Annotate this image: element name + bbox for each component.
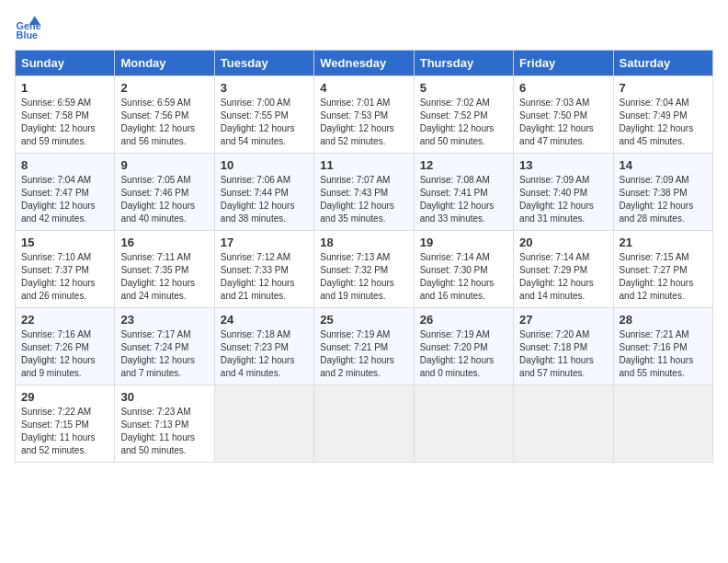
day-number: 3 [221,81,308,95]
day-info: Sunrise: 7:21 AM Sunset: 7:16 PM Dayligh… [620,328,707,380]
day-info: Sunrise: 7:18 AM Sunset: 7:23 PM Dayligh… [221,328,308,380]
calendar-cell [613,385,712,463]
day-number: 2 [120,81,208,95]
day-info: Sunrise: 7:14 AM Sunset: 7:30 PM Dayligh… [420,251,507,303]
day-number: 18 [320,236,407,249]
day-number: 26 [420,313,507,327]
calendar-cell: 19Sunrise: 7:14 AM Sunset: 7:30 PM Dayli… [414,231,513,308]
day-info: Sunrise: 6:59 AM Sunset: 7:58 PM Dayligh… [21,97,108,148]
calendar-cell: 18Sunrise: 7:13 AM Sunset: 7:32 PM Dayli… [314,231,414,308]
calendar-cell: 20Sunrise: 7:14 AM Sunset: 7:29 PM Dayli… [514,231,613,308]
calendar-cell: 13Sunrise: 7:09 AM Sunset: 7:40 PM Dayli… [514,154,613,231]
day-info: Sunrise: 7:09 AM Sunset: 7:40 PM Dayligh… [519,174,607,225]
calendar-cell: 1Sunrise: 6:59 AM Sunset: 7:58 PM Daylig… [16,76,115,154]
calendar-cell: 9Sunrise: 7:05 AM Sunset: 7:46 PM Daylig… [115,154,214,231]
calendar-cell: 6Sunrise: 7:03 AM Sunset: 7:50 PM Daylig… [514,76,613,154]
calendar-cell: 27Sunrise: 7:20 AM Sunset: 7:18 PM Dayli… [514,308,613,385]
day-info: Sunrise: 7:04 AM Sunset: 7:47 PM Dayligh… [21,174,108,225]
calendar-cell: 26Sunrise: 7:19 AM Sunset: 7:20 PM Dayli… [414,308,513,385]
day-number: 13 [519,158,607,172]
column-header-monday: Monday [115,51,214,76]
day-info: Sunrise: 7:01 AM Sunset: 7:53 PM Dayligh… [320,97,407,148]
calendar-cell: 2Sunrise: 6:59 AM Sunset: 7:56 PM Daylig… [115,76,214,154]
calendar-cell: 17Sunrise: 7:12 AM Sunset: 7:33 PM Dayli… [214,231,313,308]
day-info: Sunrise: 7:07 AM Sunset: 7:43 PM Dayligh… [320,174,407,225]
day-info: Sunrise: 7:19 AM Sunset: 7:20 PM Dayligh… [420,328,507,380]
day-number: 10 [221,158,308,172]
calendar-cell: 15Sunrise: 7:10 AM Sunset: 7:37 PM Dayli… [16,231,115,308]
day-info: Sunrise: 7:10 AM Sunset: 7:37 PM Dayligh… [21,251,108,303]
calendar-table: SundayMondayTuesdayWednesdayThursdayFrid… [15,50,713,463]
calendar-cell: 25Sunrise: 7:19 AM Sunset: 7:21 PM Dayli… [314,308,414,385]
day-number: 7 [620,81,707,95]
day-info: Sunrise: 7:05 AM Sunset: 7:46 PM Dayligh… [120,174,208,225]
day-number: 1 [21,81,108,95]
day-info: Sunrise: 7:06 AM Sunset: 7:44 PM Dayligh… [221,174,308,225]
column-header-sunday: Sunday [16,51,115,76]
calendar-cell: 21Sunrise: 7:15 AM Sunset: 7:27 PM Dayli… [613,231,712,308]
day-number: 30 [120,390,208,404]
day-number: 27 [519,313,607,327]
day-number: 15 [21,236,108,249]
day-number: 8 [21,158,108,172]
column-header-thursday: Thursday [414,51,513,76]
day-number: 4 [320,81,407,95]
day-number: 28 [620,313,707,327]
day-info: Sunrise: 7:17 AM Sunset: 7:24 PM Dayligh… [120,328,208,380]
day-number: 11 [320,158,407,172]
page-header: General Blue [15,15,713,40]
day-info: Sunrise: 7:00 AM Sunset: 7:55 PM Dayligh… [221,97,308,148]
calendar-cell [214,385,313,463]
calendar-cell: 24Sunrise: 7:18 AM Sunset: 7:23 PM Dayli… [214,308,313,385]
calendar-cell: 5Sunrise: 7:02 AM Sunset: 7:52 PM Daylig… [414,76,513,154]
calendar-cell [514,385,613,463]
day-number: 24 [221,313,308,327]
day-number: 17 [221,236,308,249]
column-header-tuesday: Tuesday [214,51,313,76]
calendar-cell: 29Sunrise: 7:22 AM Sunset: 7:15 PM Dayli… [16,385,115,463]
calendar-cell: 12Sunrise: 7:08 AM Sunset: 7:41 PM Dayli… [414,154,513,231]
logo-icon: General Blue [15,15,40,40]
calendar-cell: 16Sunrise: 7:11 AM Sunset: 7:35 PM Dayli… [115,231,214,308]
calendar-cell: 7Sunrise: 7:04 AM Sunset: 7:49 PM Daylig… [613,76,712,154]
day-info: Sunrise: 7:14 AM Sunset: 7:29 PM Dayligh… [519,251,607,303]
day-info: Sunrise: 7:22 AM Sunset: 7:15 PM Dayligh… [21,406,108,457]
day-info: Sunrise: 7:11 AM Sunset: 7:35 PM Dayligh… [120,251,208,303]
calendar-cell [314,385,414,463]
day-info: Sunrise: 7:20 AM Sunset: 7:18 PM Dayligh… [519,328,607,380]
day-info: Sunrise: 6:59 AM Sunset: 7:56 PM Dayligh… [120,97,208,148]
calendar-cell: 28Sunrise: 7:21 AM Sunset: 7:16 PM Dayli… [613,308,712,385]
calendar-cell: 8Sunrise: 7:04 AM Sunset: 7:47 PM Daylig… [16,154,115,231]
day-info: Sunrise: 7:12 AM Sunset: 7:33 PM Dayligh… [221,251,308,303]
day-number: 23 [120,313,208,327]
calendar-cell: 11Sunrise: 7:07 AM Sunset: 7:43 PM Dayli… [314,154,414,231]
svg-text:Blue: Blue [17,29,39,40]
day-number: 25 [320,313,407,327]
calendar-cell: 14Sunrise: 7:09 AM Sunset: 7:38 PM Dayli… [613,154,712,231]
calendar-cell: 30Sunrise: 7:23 AM Sunset: 7:13 PM Dayli… [115,385,214,463]
day-info: Sunrise: 7:09 AM Sunset: 7:38 PM Dayligh… [620,174,707,225]
column-header-wednesday: Wednesday [314,51,414,76]
calendar-cell: 10Sunrise: 7:06 AM Sunset: 7:44 PM Dayli… [214,154,313,231]
day-info: Sunrise: 7:08 AM Sunset: 7:41 PM Dayligh… [420,174,507,225]
day-number: 21 [620,236,707,249]
day-info: Sunrise: 7:13 AM Sunset: 7:32 PM Dayligh… [320,251,407,303]
day-info: Sunrise: 7:02 AM Sunset: 7:52 PM Dayligh… [420,97,507,148]
day-number: 6 [519,81,607,95]
day-number: 14 [620,158,707,172]
day-number: 29 [21,390,108,404]
day-info: Sunrise: 7:04 AM Sunset: 7:49 PM Dayligh… [620,97,707,148]
calendar-cell [414,385,513,463]
day-number: 16 [120,236,208,249]
day-info: Sunrise: 7:03 AM Sunset: 7:50 PM Dayligh… [519,97,607,148]
logo: General Blue [15,15,44,40]
day-number: 19 [420,236,507,249]
day-number: 9 [120,158,208,172]
day-number: 20 [519,236,607,249]
day-info: Sunrise: 7:16 AM Sunset: 7:26 PM Dayligh… [21,328,108,380]
column-header-saturday: Saturday [613,51,712,76]
day-number: 12 [420,158,507,172]
day-number: 22 [21,313,108,327]
day-info: Sunrise: 7:19 AM Sunset: 7:21 PM Dayligh… [320,328,407,380]
day-info: Sunrise: 7:23 AM Sunset: 7:13 PM Dayligh… [120,406,208,457]
